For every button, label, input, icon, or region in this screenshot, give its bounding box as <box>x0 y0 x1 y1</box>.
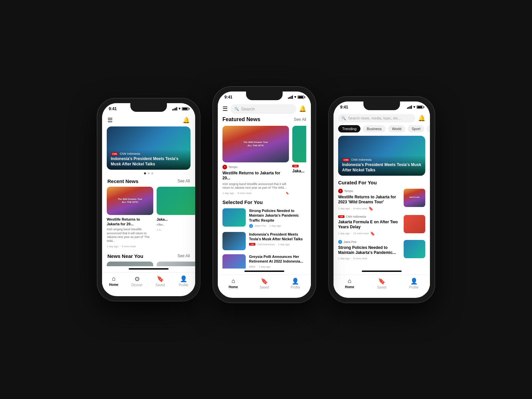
news-card-1[interactable]: The Wild Dreams TourALL THE HITS! Westli… <box>107 187 153 248</box>
menu-icon[interactable]: ☰ <box>107 116 113 124</box>
bottom-nav-left: ⌂ Home ⊙ Dicover 🔖 Saved 👤 <box>102 266 195 291</box>
curated-readtime-2: 12 mins read <box>353 232 368 235</box>
curated-source-1: T Tempo <box>338 189 400 193</box>
nav-saved-label-right: Saved <box>377 286 386 289</box>
recent-news-row: The Wild Dreams TourALL THE HITS! Westli… <box>102 187 195 248</box>
jawa-badge-c3: J <box>338 240 342 244</box>
hero-card-left[interactable]: CNN CNN Indonesia Indonesia's President … <box>107 126 191 170</box>
nav-profile-left[interactable]: 👤 Profile <box>175 275 192 287</box>
selected-item-2[interactable]: Indonesia's President Meets Tesla's Musk… <box>222 232 306 250</box>
curated-item-2[interactable]: CNN CNN Indonesia Jakarta Formula E on A… <box>333 215 430 236</box>
nav-saved-right[interactable]: 🔖 Saved <box>373 278 390 289</box>
cat-business[interactable]: Business <box>363 125 386 132</box>
signal-icon <box>172 107 177 110</box>
wifi-icon: ▾ <box>179 106 181 111</box>
nav-saved-center[interactable]: 🔖 Saved <box>256 278 273 289</box>
curated-thumb-3 <box>404 240 425 258</box>
featured-card-2[interactable]: CNN Jaka... <box>292 126 306 195</box>
tempo-badge-1: T <box>222 165 227 169</box>
nav-home-center[interactable]: ⌂ Home <box>225 278 242 289</box>
hero-overlay-left: CNN CNN Indonesia Indonesia's President … <box>107 149 191 169</box>
featured-source-1: T Tempo <box>222 165 289 169</box>
nav-profile-right[interactable]: 👤 Profile <box>406 278 422 289</box>
featured-time-1: 1 day ago <box>222 192 234 195</box>
status-icons-right: ▾ <box>407 105 423 109</box>
cat-trending[interactable]: Trending <box>338 125 360 132</box>
p3-hero-source-name: CNN Indonesia <box>351 158 371 161</box>
nav-discover-left[interactable]: ⊙ Dicover <box>129 275 145 287</box>
selected-thumb-1 <box>222 208 246 227</box>
nav-home-left[interactable]: ⌂ Home <box>105 275 122 287</box>
selected-title-1: Strong Policies Needed to Maintain Jakar… <box>249 208 306 223</box>
curated-item-1[interactable]: T Tempo Westlife Returns to Jakarta for … <box>333 189 430 211</box>
cnn-badge-c2: CNN <box>338 215 344 218</box>
hero-source-name: CNN Indonesia <box>120 152 140 155</box>
news-thumb-1: The Wild Dreams TourALL THE HITS! <box>107 187 153 215</box>
selected-meta-2: CNN CNN Indonesia · 1 day ago <box>249 243 306 246</box>
featured-readtime-1: 8 mins read <box>237 192 251 195</box>
time-center: 9:41 <box>224 95 232 100</box>
battery-icon <box>182 107 189 110</box>
curated-source-2: CNN CNN Indonesia <box>338 215 400 218</box>
search-placeholder-right: Search news, media, topic, etc... <box>348 116 401 120</box>
sel-source-3: ABNI <box>249 265 255 268</box>
bell-icon-right[interactable]: 🔔 <box>418 114 425 122</box>
selected-title: Selected For You <box>222 199 306 205</box>
search-placeholder: Search <box>241 106 255 111</box>
curated-info-1: T Tempo Westlife Returns to Jakarta for … <box>338 189 400 211</box>
news-card-desc-1: Irish singing band Westlife announced th… <box>107 228 153 243</box>
news-card-title-1: Westlife Returns to Jakarta for 20... <box>107 217 153 227</box>
featured-thumb-2 <box>292 126 306 162</box>
nav-home-label-left: Home <box>109 283 118 287</box>
curated-item-3[interactable]: J Jawa Pos Strong Policies Needed to Mai… <box>333 240 430 260</box>
time-left: 9:41 <box>109 106 117 111</box>
phone-left: 9:41 ▾ ☰ � <box>97 99 200 301</box>
sel-time-1: 1 day ago <box>269 224 281 227</box>
signal-icon-c <box>288 96 293 99</box>
curated-source-name-1: Tempo <box>344 189 353 193</box>
p3-hero-card[interactable]: CNN CNN Indonesia Indonesia's President … <box>338 136 425 176</box>
nav-saved-left[interactable]: 🔖 Saved <box>152 275 169 287</box>
sel-source-1: Jawa Pos <box>254 224 266 227</box>
featured-source-name-1: Tempo <box>228 165 237 169</box>
search-icon-center: 🔍 <box>234 107 239 111</box>
curated-item-title-3: Strong Policies Needed to Maintain Jakar… <box>338 245 400 256</box>
selected-item-1[interactable]: Strong Policies Needed to Maintain Jakar… <box>222 208 306 228</box>
signal-icon-r <box>407 105 412 109</box>
nav-profile-center[interactable]: 👤 Profile <box>287 278 304 289</box>
nav-home-right[interactable]: ⌂ Home <box>341 278 358 289</box>
featured-card-1[interactable]: The Wild Dreams TourALL THE HITS! T Temp… <box>222 126 289 195</box>
search-bar-center[interactable]: 🔍 Search <box>230 104 296 114</box>
featured-see-all[interactable]: See All <box>294 117 306 122</box>
news-card-title-2: Jaka... <box>157 217 195 222</box>
bookmark-icon-c2[interactable]: 🔖 <box>370 231 375 236</box>
recent-news-see-all[interactable]: See All <box>178 179 190 183</box>
cat-sport[interactable]: Sport <box>408 125 424 132</box>
recent-news-header: Recent News See All <box>102 177 195 187</box>
notification-icon[interactable]: 🔔 <box>183 116 190 124</box>
cat-culture[interactable]: Culture <box>427 125 430 132</box>
bookmark-icon-c1[interactable]: 🔖 <box>368 206 373 211</box>
home-icon-right: ⌂ <box>348 278 351 285</box>
news-near-you-header: News Near You See All <box>102 252 195 262</box>
menu-icon-c[interactable]: ☰ <box>222 105 228 112</box>
bookmark-icon-feat-1[interactable]: 🔖 <box>286 192 289 195</box>
selected-meta-1: J Jawa Pos · 1 day ago <box>249 224 306 228</box>
hero-title-left: Indonesia's President Meets Tesla's Musk… <box>111 156 187 167</box>
sel-time-3: 1 day ago <box>259 265 270 268</box>
featured-card-title-1: Westlife Returns to Jakarta for 20... <box>222 171 289 181</box>
curated-thumb-2 <box>404 215 425 233</box>
search-bar-right[interactable]: 🔍 Search news, media, topic, etc... <box>338 114 415 122</box>
news-time-1: 1 day ago <box>107 245 118 248</box>
featured-source-2: CNN <box>292 165 306 167</box>
bell-icon-center[interactable]: 🔔 <box>299 105 306 112</box>
cat-world[interactable]: World <box>388 125 406 132</box>
curated-time-1: 1 day ago <box>338 207 350 210</box>
news-near-you-see-all[interactable]: See All <box>178 254 190 258</box>
p3-header: 🔍 Search news, media, topic, etc... 🔔 <box>333 111 430 125</box>
phone-center-content: ☰ 🔍 Search 🔔 Featured News See All <box>218 101 311 293</box>
news-card-2[interactable]: Jaka... After... 1 d... <box>157 187 195 248</box>
p1-header: ☰ 🔔 <box>102 112 195 126</box>
wild-tour-image-2: The Wild Dreams TourALL THE HITS! <box>222 126 289 162</box>
cnn-badge-p3: CNN <box>342 158 350 161</box>
